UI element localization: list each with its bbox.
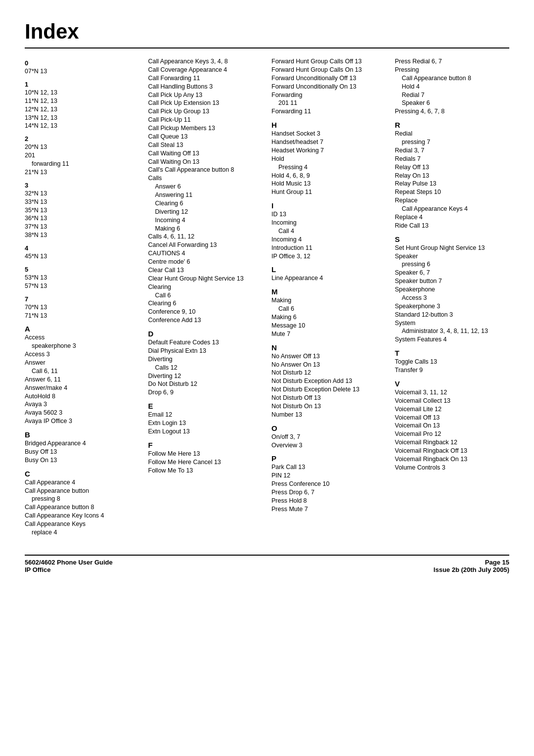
- index-entry: Press Conference 10: [271, 480, 386, 488]
- index-entry: Pressing 4, 6, 7, 8: [395, 107, 510, 116]
- entry-group: NNo Answer Off 13No Answer On 13Not Dist…: [271, 341, 386, 419]
- index-entry: Pressing: [395, 66, 510, 74]
- index-entry: 37*N 13: [25, 223, 139, 231]
- index-sub-entry: replace 4: [25, 528, 139, 537]
- letter-heading: A: [25, 325, 139, 333]
- index-entry: Number 13: [271, 411, 386, 419]
- index-sub-entry: Hold 4: [395, 83, 510, 91]
- index-entry: Access 3: [25, 350, 139, 359]
- index-entry: Not Disturb Exception Add 13: [271, 377, 386, 385]
- index-entry: Relay Off 13: [395, 163, 510, 172]
- index-entry: Email 12: [148, 411, 263, 419]
- index-entry: Overview 3: [271, 441, 386, 450]
- index-entry: Call Appearance button 8: [25, 503, 139, 512]
- index-sub-entry: Administrator 3, 4, 8, 11, 12, 13: [395, 327, 510, 335]
- index-sub-entry: Call Appearance button 8: [395, 74, 510, 83]
- index-entry: Redials 7: [395, 155, 510, 163]
- index-entry: Avaya 5602 3: [25, 409, 139, 417]
- index-entry: Answer 6, 11: [25, 376, 139, 384]
- index-entry: Hold: [271, 155, 386, 163]
- index-sub-entry: Call Appearance Keys 4: [395, 205, 510, 213]
- entry-group: SSet Hunt Group Night Service 13Speakerp…: [395, 233, 510, 344]
- index-entry: Call Waiting Off 13: [148, 149, 263, 158]
- index-entry: Replace: [395, 196, 510, 205]
- index-entry: Mute 7: [271, 330, 386, 338]
- index-entry: Follow Me Here 13: [148, 450, 263, 458]
- index-sub-entry: speakerphone 3: [25, 342, 139, 350]
- index-entry: Call Pick Up Any 13: [148, 91, 263, 99]
- index-entry: Answer: [25, 359, 139, 367]
- entry-group: 553*N 1357*N 13: [25, 264, 139, 290]
- index-entry: CAUTIONS 4: [148, 249, 263, 258]
- index-entry: Clearing 6: [148, 299, 263, 308]
- letter-heading: I: [271, 201, 386, 210]
- index-entry: Replace 4: [395, 213, 510, 222]
- index-entry: Answer/make 4: [25, 384, 139, 392]
- letter-heading: T: [395, 349, 510, 357]
- index-entry: Redial: [395, 130, 510, 138]
- index-entry: Line Appearance 4: [271, 274, 386, 283]
- index-entry: Press Hold 8: [271, 497, 386, 505]
- letter-heading: E: [148, 402, 263, 410]
- index-entry: 20*N 13: [25, 143, 139, 151]
- entry-group: Forward Hunt Group Calls Off 13Forward H…: [271, 57, 386, 116]
- letter-heading: H: [271, 121, 386, 129]
- entry-group: IID 13IncomingCall 4Incoming 4Introducti…: [271, 199, 386, 260]
- index-entry: 35*N 13: [25, 206, 139, 215]
- entry-group: BBridged Appearance 4Busy Off 13Busy On …: [25, 428, 139, 465]
- index-entry: 201: [25, 151, 139, 160]
- index-entry: 12*N 12, 13: [25, 105, 139, 114]
- index-entry: No Answer Off 13: [271, 352, 386, 361]
- letter-heading: F: [148, 441, 263, 449]
- index-entry: System: [395, 319, 510, 328]
- index-entry: Extn Logout 13: [148, 427, 263, 436]
- letter-heading: L: [271, 265, 386, 274]
- footer-right: Page 15 Issue 2b (20th July 2005): [434, 559, 509, 573]
- index-col-2: Call Appearance Keys 3, 4, 8Call Coverag…: [148, 57, 263, 477]
- index-entry: AutoHold 8: [25, 392, 139, 401]
- index-entry: Park Call 13: [271, 463, 386, 472]
- index-entry: Conference Add 13: [148, 316, 263, 325]
- footer-left-line1: 5602/4602 Phone User Guide: [25, 559, 113, 566]
- index-entry: 53*N 13: [25, 274, 139, 282]
- index-entry: Repeat Steps 10: [395, 188, 510, 196]
- index-entry: IP Office 3, 12: [271, 252, 386, 261]
- index-entry: Forward Unconditionally On 13: [271, 83, 386, 91]
- index-entry: Handset/headset 7: [271, 138, 386, 146]
- index-entry: Default Feature Codes 13: [148, 338, 263, 347]
- letter-heading: D: [148, 330, 263, 338]
- entry-group: CCall Appearance 4Call Appearance button…: [25, 468, 139, 537]
- index-entry: Extn Login 13: [148, 419, 263, 427]
- index-entry: Clear Hunt Group Night Service 13: [148, 275, 263, 283]
- index-entry: 57*N 13: [25, 282, 139, 290]
- index-entry: Follow Me Here Cancel 13: [148, 458, 263, 467]
- entry-group: LLine Appearance 4: [271, 263, 386, 283]
- entry-group: Press Redial 6, 7PressingCall Appearance…: [395, 57, 510, 116]
- index-entry: Not Disturb Off 13: [271, 394, 386, 402]
- index-sub-entry: Access 3: [395, 294, 510, 302]
- index-entry: Not Disturb On 13: [271, 402, 386, 411]
- index-entry: Speaker: [395, 252, 510, 261]
- entry-group: VVoicemail 3, 11, 12Voicemail Collect 13…: [395, 378, 510, 472]
- index-entry: Forwarding 11: [271, 107, 386, 116]
- index-entry: Call Pickup Members 13: [148, 124, 263, 133]
- index-entry: Calls 4, 6, 11, 12: [148, 233, 263, 241]
- index-sub-entry: pressing 6: [395, 260, 510, 269]
- num-heading: 0: [25, 59, 139, 67]
- entry-group: 770*N 1371*N 13: [25, 293, 139, 320]
- entry-group: OOn/off 3, 7Overview 3: [271, 422, 386, 450]
- index-entry: Hunt Group 11: [271, 188, 386, 196]
- index-entry: Bridged Appearance 4: [25, 439, 139, 448]
- index-sub-entry: Speaker 6: [395, 99, 510, 107]
- letter-heading: S: [395, 235, 510, 243]
- index-entry: Headset Working 7: [271, 146, 386, 155]
- index-entry: Centre mode' 6: [148, 258, 263, 266]
- index-entry: Making 6: [271, 313, 386, 322]
- index-entry: Dial Physical Extn 13: [148, 347, 263, 355]
- index-entry: System Features 4: [395, 335, 510, 344]
- index-entry: Forwarding: [271, 91, 386, 99]
- index-sub-entry: Answering 11: [148, 191, 263, 199]
- index-entry: Press Mute 7: [271, 505, 386, 514]
- page-title: Index: [25, 20, 509, 48]
- index-entry: Avaya 3: [25, 400, 139, 409]
